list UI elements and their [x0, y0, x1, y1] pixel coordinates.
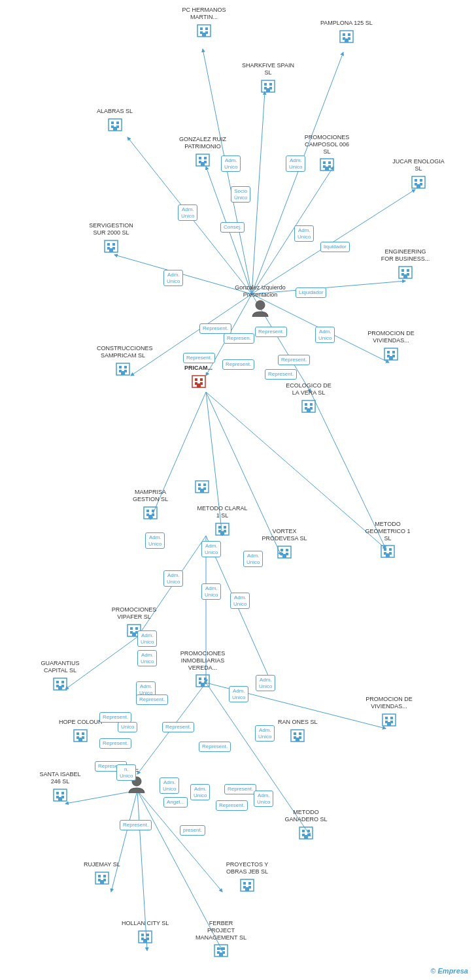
role-unico[interactable]: Unico: [118, 722, 137, 732]
svg-rect-68: [420, 179, 422, 182]
role-represent-2[interactable]: Represent.: [255, 327, 287, 337]
role-adm-unico-m1[interactable]: Adm.Unico: [145, 532, 165, 549]
role-adm-unico-si[interactable]: Adm.Unico: [160, 777, 179, 794]
node-rujemay[interactable]: RUJEMAY SL: [84, 861, 120, 887]
building-icon-prom-viv1: [382, 344, 400, 363]
role-represent-6[interactable]: Represent.: [265, 369, 297, 380]
node-engineering[interactable]: ENGINEERING FOR BUSINESS...: [379, 248, 432, 281]
role-adm-unico-gi[interactable]: Adm.Unico: [255, 725, 275, 742]
node-prom-inmob[interactable]: PROMOCIONES INMOBILIARIAS VEREDA...: [177, 650, 229, 689]
role-adm-unico-v1[interactable]: Adm.Unico: [137, 630, 157, 647]
role-consej[interactable]: Consej.: [220, 222, 245, 233]
svg-rect-98: [195, 378, 197, 381]
role-represent-p2[interactable]: Represent.: [224, 784, 256, 794]
svg-rect-37: [343, 33, 345, 36]
svg-rect-67: [415, 179, 417, 182]
role-adm-unico-4[interactable]: Adm.Unico: [294, 225, 314, 242]
empresa-brand: Empresa: [438, 967, 468, 975]
role-liquidador-2[interactable]: Liquidador: [296, 287, 326, 298]
role-represent-1[interactable]: Represent.: [199, 323, 231, 334]
role-represent-g2[interactable]: Represent.: [162, 722, 194, 732]
node-prom-viv2[interactable]: PROMOCION DE VIVIENDAS...: [363, 696, 415, 728]
role-represent-4[interactable]: Represent.: [222, 359, 254, 370]
building-icon-ferber: [212, 941, 230, 959]
svg-rect-105: [310, 403, 313, 406]
graph-container: PC HERMANOS MARTIN... PAMPLONA 125 SL SH…: [0, 0, 476, 980]
role-adm-unico-m4[interactable]: Adm.Unico: [163, 570, 183, 587]
svg-rect-158: [385, 717, 388, 719]
node-sharkfive[interactable]: SHARKFIVE SPAIN SL: [242, 62, 294, 95]
node-pricam[interactable]: PRICAM...: [184, 365, 212, 390]
role-represent-3[interactable]: Represent.: [183, 353, 215, 363]
role-adm-unico-p2[interactable]: Adm.Unico: [190, 784, 210, 800]
role-represent-g3[interactable]: Represent.: [99, 738, 131, 749]
node-gran-iones[interactable]: RAN ONES SL: [278, 719, 318, 744]
role-angel[interactable]: Angel...: [163, 797, 188, 808]
node-gonzalez-person[interactable]: Gonzalez Izquierdo Presentacion: [234, 284, 286, 319]
role-adm-unico-pi2[interactable]: Adm.Unico: [256, 675, 275, 691]
svg-rect-61: [323, 161, 326, 164]
svg-rect-205: [143, 939, 147, 943]
role-represen[interactable]: Represen.: [224, 333, 254, 344]
role-socio-unico[interactable]: SocioÚnico: [231, 186, 250, 203]
node-pamplona[interactable]: PAMPLONA 125 SL: [320, 20, 373, 45]
role-liquidador-1[interactable]: liquidador: [320, 242, 350, 252]
role-adm-unico-3[interactable]: Adm.Unico: [178, 204, 197, 221]
svg-rect-41: [345, 39, 348, 42]
role-represent-5[interactable]: Represent.: [278, 355, 310, 365]
node-jucar[interactable]: JUCAR ENOLOGIA SL: [392, 158, 445, 191]
role-represent-pi1[interactable]: Represent.: [136, 694, 168, 705]
role-represent-g4[interactable]: Represent.: [199, 742, 231, 752]
node-hope-colour[interactable]: HOPE COLOUR: [59, 719, 103, 744]
role-represent-mg[interactable]: Represent.: [216, 800, 248, 811]
role-adm-unico-v2[interactable]: Adm.Unico: [137, 650, 157, 666]
role-adm-unico-m2[interactable]: Adm.Unico: [201, 541, 221, 557]
role-represent-g1[interactable]: Represent.: [99, 712, 131, 723]
node-metodo-geometrico[interactable]: METODO GEOMETRICO 1 SL: [362, 521, 414, 560]
role-adm-unico-5[interactable]: Adm.Unico: [163, 270, 183, 286]
svg-rect-65: [325, 167, 329, 171]
svg-rect-47: [266, 88, 270, 92]
node-guarantius[interactable]: GUARANTIUS CAPITAL SL: [34, 660, 86, 693]
node-metodo-claral[interactable]: METODO CLARAL 1 SL: [196, 505, 248, 538]
svg-rect-93: [124, 366, 127, 368]
building-icon-mid1: [193, 477, 211, 495]
node-mid1[interactable]: [193, 477, 211, 495]
node-ecologico[interactable]: ECOLOGICO DE LA VERA SL: [282, 382, 335, 415]
node-mamprisa[interactable]: MAMPRISA GESTION SL: [124, 489, 177, 521]
node-vortex[interactable]: VORTEX PRODEVESA SL: [258, 528, 311, 561]
node-promociones-camposol[interactable]: PROMOCIONES CAMPOSOL 006 SL: [301, 134, 353, 173]
node-ferber[interactable]: FERBER PROJECT MANAGEMENT SL: [195, 920, 247, 959]
node-construcciones[interactable]: CONSTRUCCIONES SAMPRICAM SL: [97, 345, 149, 378]
node-hollan[interactable]: HOLLAN CITY SL: [122, 920, 169, 945]
svg-rect-152: [199, 678, 201, 680]
node-servigestion[interactable]: SERVIGESTION SUR 2000 SL: [85, 222, 137, 255]
role-adm-unico-6[interactable]: Adm.Unico: [315, 327, 335, 343]
role-represent-r[interactable]: Represent.: [120, 820, 152, 830]
node-pc-hermanos[interactable]: PC HERMANOS MARTIN...: [178, 7, 230, 39]
role-adm-unico-m6[interactable]: Adm.Unico: [230, 593, 250, 609]
svg-rect-193: [100, 880, 104, 884]
role-adm-unico-pi3[interactable]: Adm.Unico: [229, 686, 248, 702]
svg-rect-156: [201, 683, 205, 687]
svg-rect-126: [220, 531, 224, 535]
role-n-unico[interactable]: n.Unico: [116, 764, 136, 781]
role-adm-unico-2[interactable]: Adm.Unico: [286, 155, 305, 172]
node-promocion-viviendas1[interactable]: PROMOCION DE VIVIENDAS...: [365, 330, 417, 363]
role-present[interactable]: present.: [180, 825, 205, 836]
svg-rect-49: [111, 122, 114, 124]
node-proyectos[interactable]: PROYECTOS Y OBRAS JEB SL: [221, 861, 273, 894]
svg-rect-71: [416, 184, 420, 188]
role-adm-unico-m5[interactable]: Adm.Unico: [201, 583, 221, 600]
role-adm-unico-mg[interactable]: Adm.Unico: [254, 791, 273, 807]
role-adm-unico-m3[interactable]: Adm.Unico: [243, 551, 263, 567]
node-metodo-ganadero[interactable]: METODO GANADERO SL: [280, 809, 332, 841]
svg-rect-171: [299, 732, 301, 735]
node-santa-isabel[interactable]: SANTA ISABEL 246 SL: [34, 771, 86, 804]
building-icon-pc-hermanos: [195, 21, 213, 39]
role-adm-unico-1[interactable]: Adm.Unico: [221, 155, 241, 172]
svg-rect-195: [243, 882, 246, 885]
svg-rect-50: [116, 122, 119, 124]
node-alabras[interactable]: ALABRAS SL: [97, 108, 133, 133]
svg-rect-132: [282, 554, 286, 558]
